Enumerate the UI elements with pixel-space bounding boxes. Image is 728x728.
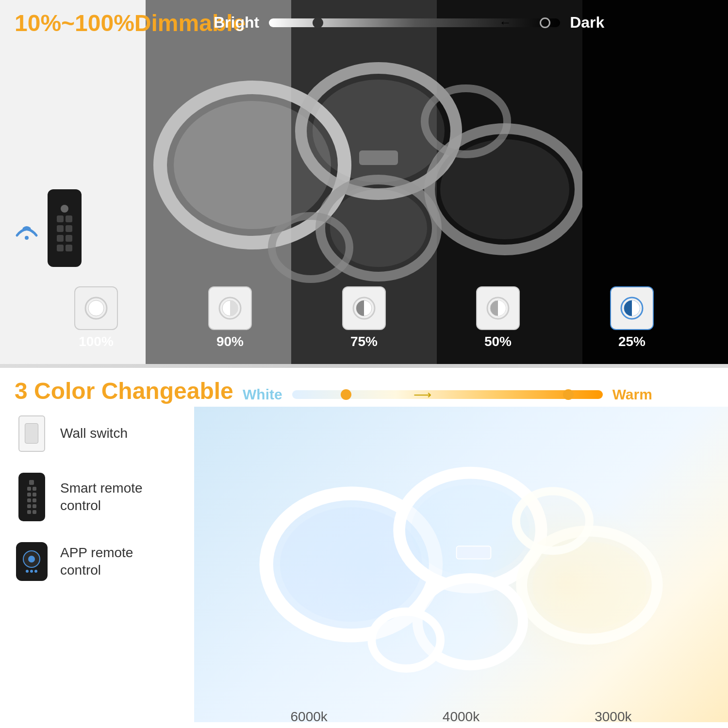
app-dot-3 <box>34 570 37 573</box>
temp-3000k: 3000k <box>595 709 631 725</box>
slider-dot-white <box>313 17 323 28</box>
svg-rect-33 <box>457 546 491 559</box>
brightness-90-label: 90% <box>216 334 244 349</box>
brightness-item-75: 75% <box>342 286 386 349</box>
brightness-item-100: 100% <box>74 286 118 349</box>
smart-remote-icon-box <box>15 480 49 514</box>
brightness-icon-90 <box>208 286 252 330</box>
wall-switch-icon-box <box>15 416 49 450</box>
bottom-section: 3 Color Changeable White ⟶ Warm Wall swi… <box>0 368 728 728</box>
warm-label: Warm <box>612 386 652 403</box>
brightness-100-label: 100% <box>79 334 114 349</box>
color-slider-container: White ⟶ Warm <box>243 386 652 403</box>
svg-point-32 <box>516 491 589 551</box>
smart-remote-icon <box>18 473 45 521</box>
controls-list: Wall switch Smart remotecontrol <box>15 416 150 579</box>
app-remote-label: APP remotecontrol <box>60 544 133 579</box>
control-item-wall-switch: Wall switch <box>15 416 150 450</box>
slider-arrow-icon: ← <box>499 15 512 30</box>
app-dots <box>26 570 37 573</box>
control-item-smart-remote: Smart remotecontrol <box>15 480 150 515</box>
brightness-item-25: 25% <box>610 286 654 349</box>
color-dot-left <box>341 389 351 400</box>
wall-switch-label: Wall switch <box>60 425 128 442</box>
temp-4000k: 4000k <box>443 709 480 725</box>
app-dot-1 <box>26 570 29 573</box>
top-section: 10%~100%Dimmable Bright ← Dark <box>0 0 728 364</box>
color-slider-track[interactable]: ⟶ <box>292 390 603 399</box>
smart-remote-label: Smart remotecontrol <box>60 480 143 515</box>
svg-point-13 <box>88 300 104 316</box>
app-circle-icon <box>23 550 40 568</box>
brightness-item-90: 90% <box>208 286 252 349</box>
wifi-icon <box>10 211 44 245</box>
svg-point-11 <box>25 236 29 240</box>
brightness-75-label: 75% <box>350 334 378 349</box>
white-label: White <box>243 386 282 403</box>
wall-switch-icon <box>18 415 45 452</box>
wall-switch-button <box>25 423 38 444</box>
fixture-photo <box>194 407 728 722</box>
svg-point-27 <box>411 485 529 576</box>
color-label: 3 Color Changeable <box>15 378 233 404</box>
remote-icon <box>48 189 82 267</box>
temp-6000k: 6000k <box>291 709 328 725</box>
control-item-app: APP remotecontrol <box>15 544 150 579</box>
brightness-icon-25 <box>610 286 654 330</box>
color-dot-right <box>563 389 574 400</box>
color-fixture-svg <box>255 443 667 686</box>
separator <box>0 364 728 368</box>
brightness-item-50: 50% <box>476 286 520 349</box>
brightness-50-label: 50% <box>484 334 512 349</box>
color-arrow-icon: ⟶ <box>414 387 431 402</box>
remote-area <box>10 189 82 267</box>
svg-point-29 <box>532 542 646 629</box>
app-dot-2 <box>30 570 33 573</box>
ring-fixture-svg <box>146 44 582 296</box>
color-temp-labels: 6000k 4000k 3000k <box>194 709 728 725</box>
dimmer-slider-track[interactable]: ← <box>269 18 560 27</box>
app-inner-circle <box>28 556 35 563</box>
app-icon-box-wrapper <box>15 545 49 579</box>
brightness-icon-75 <box>342 286 386 330</box>
svg-point-31 <box>372 612 441 668</box>
svg-rect-10 <box>359 150 398 165</box>
brightness-row: 100% 90% 75% <box>0 286 728 349</box>
brightness-icon-100 <box>74 286 118 330</box>
fixture-area <box>0 29 728 311</box>
brightness-icon-50 <box>476 286 520 330</box>
brightness-25-label: 25% <box>618 334 645 349</box>
slider-dot-dark <box>540 17 550 28</box>
app-icon <box>16 542 48 581</box>
